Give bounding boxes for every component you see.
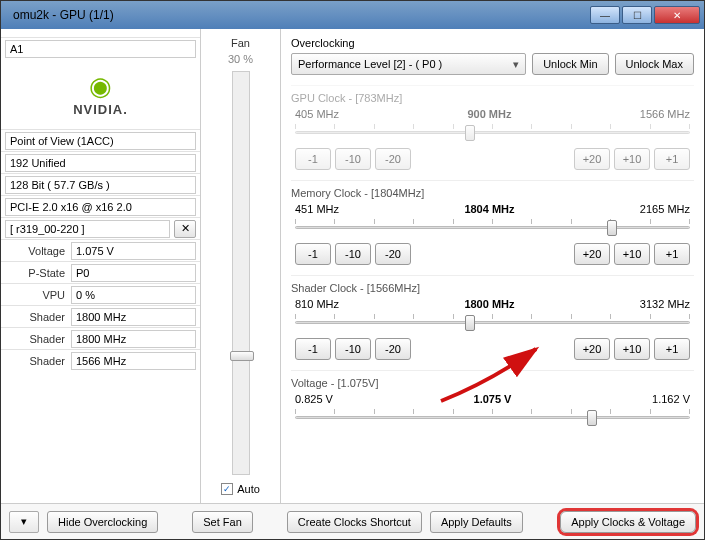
window-title: omu2k - GPU (1/1) [5,8,588,22]
titlebar[interactable]: omu2k - GPU (1/1) — ☐ ✕ [1,1,704,29]
gpu-clock-thumb [465,125,475,141]
gpu-down10: -10 [335,148,371,170]
perf-level-select[interactable]: Performance Level [2] - ( P0 ) [291,53,526,75]
minimize-button[interactable]: — [590,6,620,24]
gpu-clock-title: GPU Clock - [783MHz] [291,92,694,104]
info-shader3: Shader1566 MHz [1,349,200,371]
mem-down20[interactable]: -20 [375,243,411,265]
memory-clock-slider[interactable] [295,217,690,237]
mem-down10[interactable]: -10 [335,243,371,265]
memory-clock-group: Memory Clock - [1804MHz] 451 MHz1804 MHz… [291,180,694,275]
mem-down1[interactable]: -1 [295,243,331,265]
gpu-clock-group: GPU Clock - [783MHz] 405 MHz900 MHz1566 … [291,85,694,180]
fan-percent: 30 % [228,53,253,65]
mem-up10[interactable]: +10 [614,243,650,265]
memory-clock-title: Memory Clock - [1804MHz] [291,187,694,199]
info-driver: [ r319_00-220 ] ✕ [1,217,200,239]
fan-slider[interactable] [232,71,250,475]
info-pcie: PCI-E 2.0 x16 @ x16 2.0 [1,195,200,217]
fan-slider-thumb[interactable] [230,351,254,361]
info-a1: A1 [1,37,200,59]
info-shaders: 192 Unified [1,151,200,173]
info-voltage: Voltage1.075 V [1,239,200,261]
info-panel: A1 ◉ NVIDIA. Point of View (1ACC) 192 Un… [1,29,201,503]
info-vpu: VPU0 % [1,283,200,305]
overclock-header: Overclocking [291,37,694,49]
apply-defaults-button[interactable]: Apply Defaults [430,511,523,533]
info-vendor: Point of View (1ACC) [1,129,200,151]
body: A1 ◉ NVIDIA. Point of View (1ACC) 192 Un… [1,29,704,503]
info-shader2: Shader1800 MHz [1,327,200,349]
gpu-down1: -1 [295,148,331,170]
info-pstate: P-StateP0 [1,261,200,283]
shader-up10[interactable]: +10 [614,338,650,360]
gpu-clock-slider [295,122,690,142]
info-shader1: Shader1800 MHz [1,305,200,327]
mem-up1[interactable]: +1 [654,243,690,265]
gpu-logo: ◉ NVIDIA. [1,59,200,129]
apply-clocks-voltage-button[interactable]: Apply Clocks & Voltage [560,511,696,533]
footer-dropdown[interactable]: ▾ [9,511,39,533]
overclock-panel: Overclocking Performance Level [2] - ( P… [281,29,704,503]
footer: ▾ Hide Overclocking Set Fan Create Clock… [1,503,704,539]
voltage-thumb[interactable] [587,410,597,426]
gpu-down20: -20 [375,148,411,170]
info-bus: 128 Bit ( 57.7 GB/s ) [1,173,200,195]
shader-up20[interactable]: +20 [574,338,610,360]
unlock-min-button[interactable]: Unlock Min [532,53,608,75]
memory-clock-thumb[interactable] [607,220,617,236]
shader-down1[interactable]: -1 [295,338,331,360]
shader-clock-thumb[interactable] [465,315,475,331]
gpu-up20: +20 [574,148,610,170]
fan-auto-label: Auto [237,483,260,495]
unlock-max-button[interactable]: Unlock Max [615,53,694,75]
driver-tool-button[interactable]: ✕ [174,220,196,238]
window: omu2k - GPU (1/1) — ☐ ✕ A1 ◉ NVIDIA. Poi… [0,0,705,540]
wrench-icon: ✕ [181,222,190,235]
mem-up20[interactable]: +20 [574,243,610,265]
shader-clock-slider[interactable] [295,312,690,332]
shader-clock-group: Shader Clock - [1566MHz] 810 MHz1800 MHz… [291,275,694,370]
voltage-slider[interactable] [295,407,690,427]
maximize-button[interactable]: ☐ [622,6,652,24]
gpu-up10: +10 [614,148,650,170]
hide-overclocking-button[interactable]: Hide Overclocking [47,511,158,533]
shader-clock-title: Shader Clock - [1566MHz] [291,282,694,294]
checkbox-icon: ✓ [221,483,233,495]
voltage-title: Voltage - [1.075V] [291,377,694,389]
fan-panel: Fan 30 % ✓Auto [201,29,281,503]
set-fan-button[interactable]: Set Fan [192,511,253,533]
gpu-up1: +1 [654,148,690,170]
shader-down20[interactable]: -20 [375,338,411,360]
shader-up1[interactable]: +1 [654,338,690,360]
brand-label: NVIDIA. [73,102,128,117]
fan-header: Fan [231,37,250,49]
voltage-group: Voltage - [1.075V] 0.825 V1.075 V1.162 V [291,370,694,443]
shader-down10[interactable]: -10 [335,338,371,360]
create-shortcut-button[interactable]: Create Clocks Shortcut [287,511,422,533]
close-button[interactable]: ✕ [654,6,700,24]
nvidia-eye-icon: ◉ [89,71,112,102]
fan-auto-checkbox[interactable]: ✓Auto [221,483,260,495]
